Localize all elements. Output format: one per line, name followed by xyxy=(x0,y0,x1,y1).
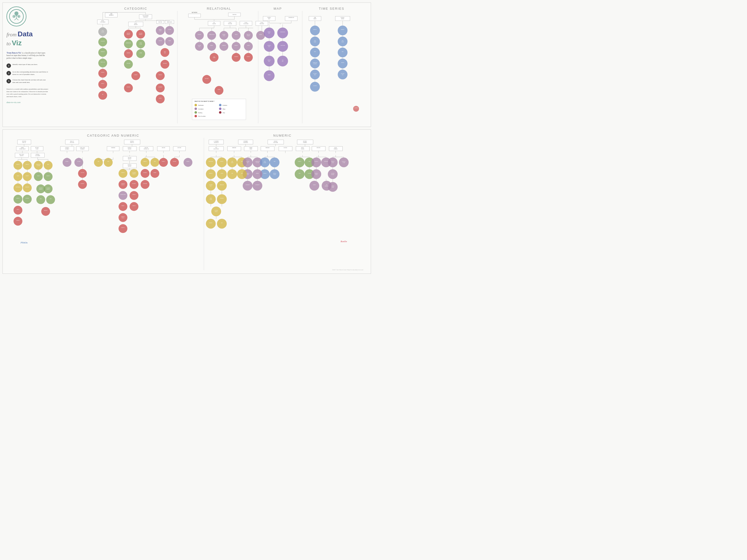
svg-point-380 xyxy=(34,172,43,181)
svg-text:SCATTER: SCATTER xyxy=(308,173,311,174)
svg-point-192 xyxy=(202,75,211,84)
svg-text:CONNECTED: CONNECTED xyxy=(255,161,260,162)
svg-text:GRAM: GRAM xyxy=(332,162,334,163)
svg-point-52 xyxy=(98,91,107,100)
logo-tree-icon xyxy=(9,9,24,24)
svg-point-401 xyxy=(41,207,50,216)
brand-title: from Data to Viz xyxy=(6,30,49,48)
svg-text:SERIES: SERIES xyxy=(341,19,344,20)
svg-point-229 xyxy=(277,41,288,52)
svg-text:CARTOGRAM: CARTOGRAM xyxy=(280,45,285,46)
svg-text:BARPLOT: BARPLOT xyxy=(298,161,302,162)
svg-text:AREA: AREA xyxy=(241,173,243,174)
svg-rect-117 xyxy=(188,14,201,18)
svg-point-476 xyxy=(159,158,168,167)
svg-text:DENDRO: DENDRO xyxy=(331,186,334,187)
svg-text:BARPLOT: BARPLOT xyxy=(132,205,136,206)
svg-text:DONUT: DONUT xyxy=(101,83,105,84)
svg-text:ORDERED: ORDERED xyxy=(111,148,115,148)
svg-text:BOXPLOT: BOXPLOT xyxy=(26,164,29,165)
svg-text:ORDERED: ORDERED xyxy=(265,148,270,148)
svg-text:HEATMAP: HEATMAP xyxy=(144,172,147,173)
svg-text:2 NUMERIC: 2 NUMERIC xyxy=(243,141,248,142)
svg-text:BARPLOT: BARPLOT xyxy=(127,34,130,35)
svg-text:TREEMAP: TREEMAP xyxy=(44,210,48,211)
svg-text:SCATTER: SCATTER xyxy=(37,165,40,166)
svg-text:SEVERAL GR: SEVERAL GR xyxy=(144,149,149,150)
svg-point-98 xyxy=(156,37,164,46)
svg-text:CHORD: CHORD xyxy=(313,184,315,185)
svg-text:CORRELO: CORRELO xyxy=(314,173,318,174)
svg-text:GRAPH: GRAPH xyxy=(274,174,276,175)
svg-text:SEVERAL: SEVERAL xyxy=(303,141,307,142)
svg-text:CHART: CHART xyxy=(159,30,162,31)
svg-text:LOLLIPOP: LOLLIPOP xyxy=(101,41,105,42)
dataviz-description: Dataviz is a world with endless possibil… xyxy=(6,88,49,98)
svg-text:CATEGORIES?: CATEGORIES? xyxy=(100,22,106,23)
svg-text:BOXPLOT: BOXPLOT xyxy=(209,173,213,174)
svg-text:2018 © Yan Holtz & Conor Healy: 2018 © Yan Holtz & Conor Healy for www.d… xyxy=(332,269,363,270)
svg-point-378 xyxy=(44,161,53,169)
svg-point-647 xyxy=(243,181,253,190)
svg-text:MANY: MANY xyxy=(134,23,137,24)
svg-rect-319 xyxy=(107,146,119,151)
svg-text:NUM/CAT: NUM/CAT xyxy=(130,142,134,143)
svg-text:PYthOn: PYthOn xyxy=(20,241,28,244)
svg-text:SUNBURST: SUNBURST xyxy=(234,56,238,57)
svg-text:FEW: FEW xyxy=(215,148,217,148)
svg-text:MAP: MAP xyxy=(268,33,270,34)
svg-text:GRAM: GRAM xyxy=(332,187,334,188)
svg-point-452 xyxy=(119,202,127,211)
svg-text:BUBBLE: BUBBLE xyxy=(159,29,162,30)
svg-text:GROUPS: GROUPS xyxy=(128,166,131,167)
svg-text:ONE NUM: ONE NUM xyxy=(22,141,26,142)
brand-data: Data xyxy=(18,30,33,38)
svg-text:BARPLOT: BARPLOT xyxy=(121,216,125,217)
svg-point-411 xyxy=(78,180,87,189)
svg-text:BUBBLE: BUBBLE xyxy=(66,161,69,162)
svg-text:TIME: TIME xyxy=(314,17,316,18)
svg-point-208 xyxy=(219,108,221,110)
svg-text:ORDERED: ORDERED xyxy=(232,148,236,148)
svg-text:Correlation: Correlation xyxy=(198,108,204,110)
svg-point-352 xyxy=(23,172,32,181)
svg-text:STACKED: STACKED xyxy=(47,188,50,189)
svg-text:CLOUD: CLOUD xyxy=(139,44,142,45)
svg-point-535 xyxy=(206,169,216,179)
svg-text:Part of a whole: Part of a whole xyxy=(198,116,206,117)
svg-text:LINE: LINE xyxy=(314,40,316,41)
svg-text:HISTOGRAM: HISTOGRAM xyxy=(16,187,20,188)
step-1: 1 Identify what type of data you have. xyxy=(6,63,49,68)
svg-text:WITHIN GROUP: WITHIN GROUP xyxy=(19,149,25,150)
svg-line-6 xyxy=(17,19,19,20)
svg-text:DENSITY: DENSITY xyxy=(268,60,271,61)
categoric-title: CATEGORIC xyxy=(124,7,148,10)
svg-point-96 xyxy=(165,26,174,35)
svg-text:SANKEY: SANKEY xyxy=(159,98,162,99)
svg-text:GROUPS?: GROUPS? xyxy=(134,24,138,25)
svg-text:HEATMAP: HEATMAP xyxy=(132,183,136,184)
svg-text:Distribution: Distribution xyxy=(198,105,204,106)
svg-point-624 xyxy=(227,169,237,179)
svg-text:ALLUVIAL: ALLUVIAL xyxy=(81,172,84,173)
svg-text:2D DENSITY: 2D DENSITY xyxy=(246,184,250,185)
svg-point-454 xyxy=(129,202,138,211)
website-link[interactable]: data-to-viz.com xyxy=(6,101,49,104)
svg-text:STREAM: STREAM xyxy=(263,173,266,174)
svg-text:CONNECT: CONNECT xyxy=(267,45,271,46)
svg-text:AREA: AREA xyxy=(314,51,316,52)
svg-text:BARPLOT: BARPLOT xyxy=(16,198,20,199)
svg-text:TREEMAP: TREEMAP xyxy=(159,74,162,75)
svg-text:2D DENSITY: 2D DENSITY xyxy=(255,184,260,185)
svg-point-397 xyxy=(36,195,45,204)
svg-text:BARPLOT: BARPLOT xyxy=(121,184,125,185)
svg-line-5 xyxy=(15,19,17,20)
svg-text:SCATTER: SCATTER xyxy=(198,45,201,46)
svg-point-369 xyxy=(23,195,32,203)
svg-point-194 xyxy=(215,86,223,95)
svg-text:WITH CI: WITH CI xyxy=(215,211,217,212)
svg-text:POSSIBLE?: POSSIBLE? xyxy=(80,149,85,150)
svg-point-367 xyxy=(14,195,22,203)
svg-text:CAT GORIES: CAT GORIES xyxy=(35,155,40,156)
svg-point-48 xyxy=(98,69,107,78)
